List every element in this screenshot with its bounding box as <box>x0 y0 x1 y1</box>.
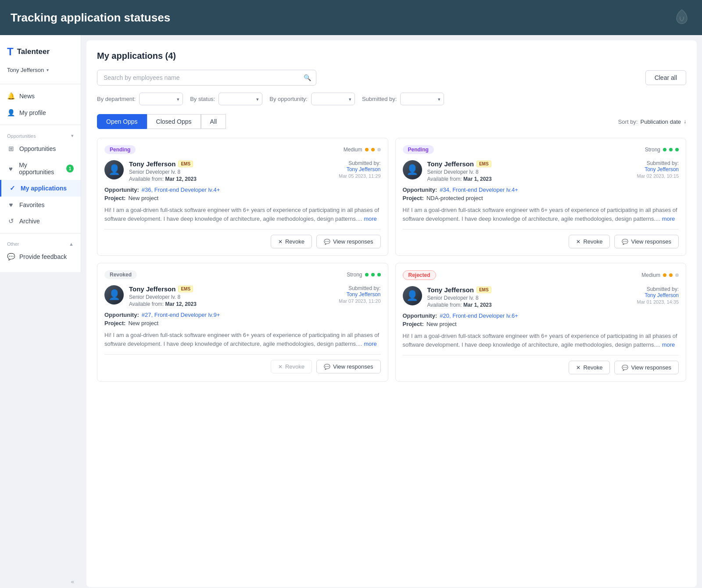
card-1-meta: Opportunity: #36, Front-end Developer lv… <box>104 186 381 201</box>
filter-submitted-label: Submitted by: <box>362 96 397 102</box>
card-1-project-value: New project <box>128 195 158 201</box>
tab-open-opps[interactable]: Open Opps <box>97 114 147 129</box>
card-2-submitted: Submitted by: Tony Jefferson Mar 02 2023… <box>637 160 679 179</box>
card-2-revoke-button[interactable]: ✕ Revoke <box>569 235 610 248</box>
card-3-view-responses-button[interactable]: 💬 View responses <box>316 360 381 373</box>
card-2-strength: Strong <box>645 147 679 153</box>
card-4-opp-label: Opportunity: <box>403 312 437 319</box>
card-2-project-value: NDA-protected project <box>426 195 483 201</box>
other-collapse-icon[interactable]: ▲ <box>69 241 74 247</box>
card-1-project-label: Project: <box>104 195 125 201</box>
card-4-meta: Opportunity: #20, Front-end Developer lv… <box>403 312 679 327</box>
card-3-ems-badge: EMS <box>178 286 193 292</box>
card-4-view-responses-button[interactable]: 💬 View responses <box>614 361 679 374</box>
card-4-more-link[interactable]: more <box>662 341 675 348</box>
tabs-row: Open Opps Closed Opps All Sort by: Publi… <box>97 114 686 129</box>
sidebar-collapse-button[interactable]: « <box>71 578 74 585</box>
card-2-ems-badge: EMS <box>476 161 491 167</box>
filter-submitted-select[interactable] <box>400 93 444 105</box>
search-box: 🔍 <box>97 70 316 86</box>
card-2-project-label: Project: <box>403 195 424 201</box>
clear-all-button[interactable]: Clear all <box>645 70 686 85</box>
card-4-dot-3 <box>675 273 679 277</box>
card-1-opportunity-row: Opportunity: #36, Front-end Developer lv… <box>104 186 381 193</box>
card-2-opp-link[interactable]: #34, Front-end Developer lv.4+ <box>440 186 518 193</box>
card-1-strength: Medium <box>344 147 381 153</box>
application-card-2: Pending Strong 👤 Tony Jefferson <box>395 138 687 256</box>
card-2-more-link[interactable]: more <box>662 215 675 222</box>
chat-bubble-icon-2: 💬 <box>622 239 628 245</box>
card-4-strength-label: Medium <box>641 272 660 278</box>
revoke-x-icon-4: ✕ <box>576 365 580 371</box>
sidebar-item-opportunities-label: Opportunities <box>19 145 56 152</box>
card-1-submitted-name[interactable]: Tony Jefferson <box>339 166 380 172</box>
page-heading: Tracking application statuses <box>11 11 170 25</box>
sidebar-item-news-label: News <box>19 93 35 100</box>
sidebar-item-opportunities[interactable]: ⊞ Opportunities <box>0 140 81 157</box>
filter-opportunity-select[interactable] <box>311 93 355 105</box>
sort-value[interactable]: Publication date <box>640 118 681 125</box>
sidebar: T Talenteer Tony Jefferson ▾ 🔔 News 👤 My… <box>0 35 81 588</box>
sidebar-item-my-opportunities[interactable]: ♥ My opportunities 1 <box>0 157 81 180</box>
sidebar-item-archive[interactable]: ↺ Archive <box>0 213 81 229</box>
card-1-opp-link[interactable]: #36, Front-end Developer lv.4+ <box>142 186 220 193</box>
card-4-header: Rejected Medium <box>403 270 679 280</box>
card-3-dot-2 <box>371 273 375 276</box>
heart-icon-fav: ♥ <box>7 201 15 208</box>
card-4-submitted-label: Submitted by: <box>647 286 679 292</box>
card-1-status-badge: Pending <box>104 145 136 154</box>
card-4-revoke-button[interactable]: ✕ Revoke <box>569 361 610 374</box>
filter-status-select[interactable] <box>218 93 262 105</box>
card-4-submitted-date: Mar 01 2023, 14:35 <box>637 299 679 305</box>
card-3-person-row: 👤 Tony Jefferson EMS Senior Developer lv… <box>104 285 381 307</box>
sidebar-item-my-applications[interactable]: ✓ My applications <box>0 180 81 197</box>
tab-all[interactable]: All <box>201 114 226 129</box>
my-opportunities-badge: 1 <box>66 165 74 172</box>
card-4-submitted: Submitted by: Tony Jefferson Mar 01 2023… <box>637 286 679 305</box>
card-1-submitted-date: Mar 05 2023, 11:29 <box>339 173 380 179</box>
tab-closed-opps[interactable]: Closed Opps <box>147 114 201 129</box>
sidebar-content: T Talenteer Tony Jefferson ▾ 🔔 News 👤 My… <box>0 35 81 272</box>
card-4-ems-badge: EMS <box>476 287 491 293</box>
card-1-person-row: 👤 Tony Jefferson EMS Senior Developer lv… <box>104 160 381 182</box>
sidebar-item-my-profile[interactable]: 👤 My profile <box>0 104 81 121</box>
card-3-project-value: New project <box>128 320 158 326</box>
card-2-project-row: Project: NDA-protected project <box>403 195 679 201</box>
card-3-role: Senior Developer lv. 8 <box>129 294 333 300</box>
sidebar-item-favorites[interactable]: ♥ Favorites <box>0 197 81 213</box>
card-2-view-responses-button[interactable]: 💬 View responses <box>614 235 679 248</box>
card-2-actions: ✕ Revoke 💬 View responses <box>403 235 679 248</box>
filter-department-select[interactable] <box>139 93 183 105</box>
card-1-view-responses-button[interactable]: 💬 View responses <box>316 235 381 248</box>
card-3-more-link[interactable]: more <box>364 341 377 347</box>
card-4-divider <box>403 355 679 355</box>
card-3-opp-link[interactable]: #27, Front-end Developer lv.9+ <box>142 312 220 318</box>
card-1-revoke-button[interactable]: ✕ Revoke <box>271 235 312 248</box>
card-1-more-link[interactable]: more <box>364 215 377 222</box>
card-2-opp-label: Opportunity: <box>403 186 437 193</box>
card-2-available: Available from: Mar 1, 2023 <box>427 176 632 182</box>
search-filter-row: 🔍 Clear all <box>97 70 686 86</box>
opportunities-collapse-icon[interactable]: ▾ <box>71 133 74 139</box>
sidebar-item-news[interactable]: 🔔 News <box>0 88 81 104</box>
card-4-strength: Medium <box>641 272 679 278</box>
card-4-opp-link[interactable]: #20, Front-end Developer lv.6+ <box>440 312 518 319</box>
search-input[interactable] <box>97 70 316 86</box>
sidebar-user-arrow: ▾ <box>47 68 49 72</box>
bell-icon: 🔔 <box>7 92 15 100</box>
card-3-revoke-button: ✕ Revoke <box>271 360 312 373</box>
card-4-name-row: Tony Jefferson EMS <box>427 286 632 294</box>
card-1-opp-label: Opportunity: <box>104 186 139 193</box>
sidebar-item-profile-label: My profile <box>19 109 46 116</box>
card-4-submitted-name[interactable]: Tony Jefferson <box>637 292 679 298</box>
top-header: Tracking application statuses <box>0 0 702 35</box>
filter-department-label: By department: <box>97 96 136 102</box>
card-1-dot-1 <box>365 148 369 151</box>
card-2-submitted-name[interactable]: Tony Jefferson <box>637 166 679 172</box>
filter-group-submitted-by: Submitted by: <box>362 93 444 105</box>
card-3-submitted-name[interactable]: Tony Jefferson <box>339 291 380 298</box>
card-1-dot-2 <box>371 148 375 151</box>
sidebar-user[interactable]: Tony Jefferson ▾ <box>0 65 81 80</box>
brand-icon: T <box>7 46 14 58</box>
sidebar-item-provide-feedback[interactable]: 💬 Provide feedback <box>0 248 81 265</box>
